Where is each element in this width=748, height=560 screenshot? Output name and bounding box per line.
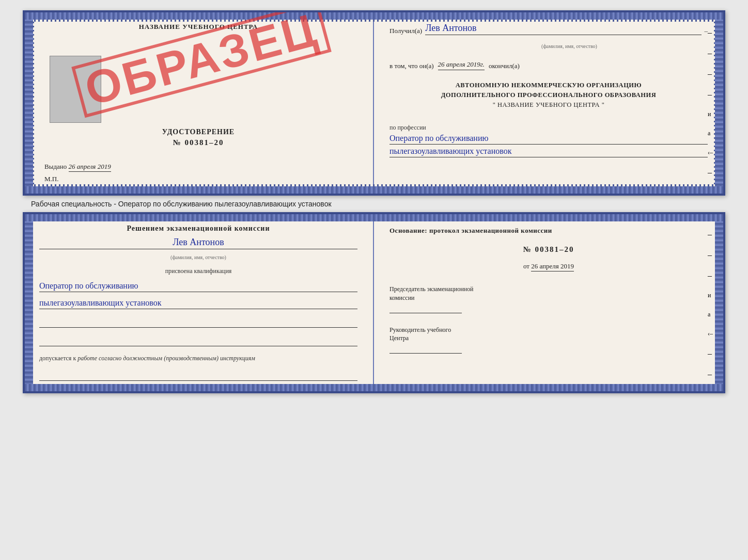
side-dashes-bottom: – – – и а ‹– – – – – [708, 230, 713, 393]
rukovoditel-line2: Центра [389, 334, 708, 343]
profession-line1-top: Оператор по обслуживанию [389, 134, 708, 145]
org-line2: ДОПОЛНИТЕЛЬНОГО ПРОФЕССИОНАЛЬНОГО ОБРАЗО… [389, 90, 708, 100]
recipient-name-top: Лев Антонов [425, 23, 701, 35]
profession-line2-top: пылегазоулавливающих установок [389, 147, 708, 157]
poluchil-row: Получил(а) Лев Антонов – [389, 23, 708, 35]
vtom-row: в том, что он(а) 26 апреля 2019г. окончи… [389, 60, 708, 70]
po-professii-block: по профессии Оператор по обслуживанию пы… [389, 120, 708, 157]
poluchil-label: Получил(а) [389, 27, 422, 35]
dopuskaetsya-label: допускается к [39, 355, 76, 362]
document-container: НАЗВАНИЕ УЧЕБНОГО ЦЕНТРА ОБРАЗЕЦ УДОСТОВ… [10, 10, 738, 393]
udostoverenie-number: № 00381–20 [39, 138, 357, 147]
fio-label-top: (фамилия, имя, отчество) [431, 43, 708, 49]
bottom-cert-right: Основание: протокол экзаменационной коми… [374, 214, 723, 391]
ot-label: от [523, 262, 529, 270]
rukovoditel-block: Руководитель учебного Центра [389, 326, 708, 354]
top-cert-left: НАЗВАНИЕ УЧЕБНОГО ЦЕНТРА ОБРАЗЕЦ УДОСТОВ… [25, 12, 374, 194]
ot-date-row: от 26 апреля 2019 [389, 262, 708, 270]
udostoverenie-block: УДОСТОВЕРЕНИЕ № 00381–20 [39, 128, 357, 147]
bottom-cert-left: Решением экзаменационной комиссии Лев Ан… [25, 214, 374, 391]
between-text: Рабочая специальность - Оператор по обсл… [31, 200, 734, 208]
dopuskaetsya-block: допускается к работе согласно должностны… [39, 355, 357, 362]
blank-line3 [39, 371, 357, 381]
protocol-number: № 00381–20 [389, 245, 708, 254]
ot-date-value: 26 апреля 2019 [531, 262, 574, 271]
rukovoditel-line1: Руководитель учебного [389, 326, 708, 334]
predsedatel-block: Председатель экзаменационной комиссии [389, 285, 708, 313]
dopuskaetsya-value: работе согласно должностным (производств… [77, 355, 255, 362]
blank-line2 [39, 336, 357, 346]
blank-line1 [39, 317, 357, 328]
profession-line2-bottom: пылегазоулавливающих установок [39, 298, 357, 309]
completion-date: 26 апреля 2019г. [438, 60, 485, 70]
org-block: АВТОНОМНУЮ НЕКОММЕРЧЕСКУЮ ОРГАНИЗАЦИЮ ДО… [389, 81, 708, 109]
vydano-line: Выдано 26 апреля 2019 [44, 163, 111, 171]
vydano-date: 26 апреля 2019 [69, 163, 111, 172]
mp-line: М.П. [44, 175, 58, 183]
side-dashes-top: – – – – и а ‹– – – – – [708, 28, 713, 196]
vydano-label: Выдано [44, 163, 67, 170]
org-name: " НАЗВАНИЕ УЧЕБНОГО ЦЕНТРА " [389, 100, 708, 110]
okончил-label: окончил(а) [489, 62, 520, 70]
predsedatel-line1: Председатель экзаменационной [389, 285, 708, 294]
predsedatel-signature-line [389, 313, 462, 313]
bottom-certificate-spread: Решением экзаменационной комиссии Лев Ан… [23, 212, 725, 393]
fio-label-bottom: (фамилия, имя, отчество) [39, 254, 357, 260]
po-professii-label: по профессии [389, 124, 708, 132]
rukovoditel-signature-line [389, 353, 462, 354]
recipient-name-bottom: Лев Антонов [39, 237, 357, 249]
osnov-title: Основание: протокол экзаменационной коми… [389, 227, 708, 235]
org-line1: АВТОНОМНУЮ НЕКОММЕРЧЕСКУЮ ОРГАНИЗАЦИЮ [389, 81, 708, 90]
predsedatel-line2: комиссии [389, 294, 708, 302]
prisvoena-label: присвоена квалификация [39, 267, 357, 275]
top-certificate-spread: НАЗВАНИЕ УЧЕБНОГО ЦЕНТРА ОБРАЗЕЦ УДОСТОВ… [23, 10, 725, 196]
resheniem-title: Решением экзаменационной комиссии [39, 225, 357, 233]
profession-line1-bottom: Оператор по обслуживанию [39, 281, 357, 292]
udostoverenie-label: УДОСТОВЕРЕНИЕ [39, 128, 357, 136]
vtom-label: в том, что он(а) [389, 62, 434, 70]
top-cert-right: Получил(а) Лев Антонов – (фамилия, имя, … [374, 12, 723, 194]
